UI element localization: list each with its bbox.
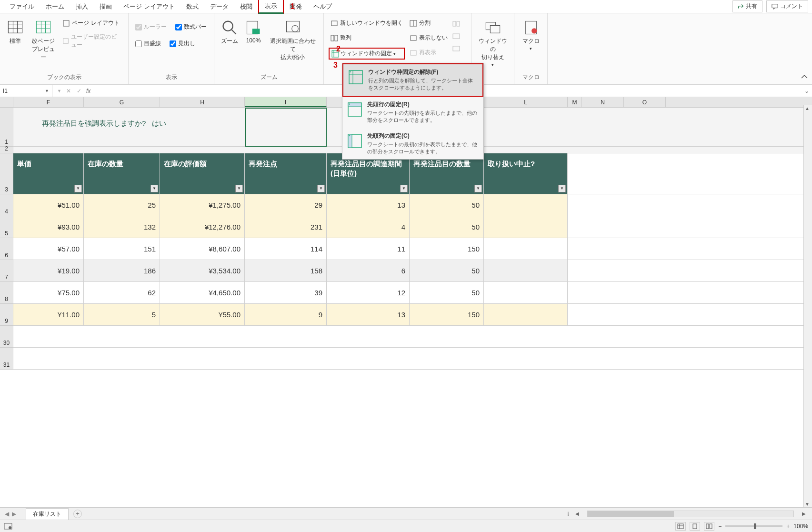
col-header-l[interactable]: L: [484, 97, 568, 107]
new-window-button[interactable]: 新しいウィンドウを開く: [329, 18, 405, 28]
empty-row[interactable]: [13, 326, 812, 348]
freeze-top-row-item[interactable]: * 先頭行の固定(R) ワークシートの先頭行を表示したままで、他の部分をスクロー…: [342, 97, 483, 128]
cell[interactable]: [484, 194, 568, 216]
table-row[interactable]: ¥93.00132¥12,276.00231450: [13, 216, 812, 238]
unfreeze-panes-item[interactable]: * ウィンドウ枠固定の解除(F) 行と列の固定を解除して、ワークシート全体をスク…: [342, 63, 483, 97]
row-header-3[interactable]: 3: [0, 153, 13, 194]
row-header-31[interactable]: 31: [0, 348, 13, 370]
menu-insert[interactable]: 挿入: [70, 0, 94, 13]
cell[interactable]: ¥12,276.00: [160, 216, 245, 238]
col-header-f[interactable]: F: [13, 97, 84, 107]
row-header-7[interactable]: 7: [0, 260, 13, 282]
table-row[interactable]: ¥57.00151¥8,607.0011411150: [13, 238, 812, 260]
zoom-selection-button[interactable]: 選択範囲に合わせて 拡大/縮小: [267, 18, 319, 62]
cell[interactable]: 25: [84, 194, 160, 216]
empty-row[interactable]: [13, 348, 812, 370]
row-header-6[interactable]: 6: [0, 238, 13, 260]
freeze-first-col-item[interactable]: * 先頭列の固定(C) ワークシートの最初の列を表示したままで、他の部分をスクロ…: [342, 128, 483, 160]
row-header-5[interactable]: 5: [0, 216, 13, 238]
cell[interactable]: 62: [84, 282, 160, 303]
row-header-8[interactable]: 8: [0, 282, 13, 304]
menu-developer[interactable]: 開発: [284, 0, 308, 13]
filter-dropdown[interactable]: ▼: [317, 185, 325, 192]
menu-draw[interactable]: 描画: [94, 0, 118, 13]
zoom-100-button[interactable]: 100%: [243, 18, 264, 45]
table-row[interactable]: ¥11.005¥55.00913150: [13, 304, 812, 326]
tab-nav-prev[interactable]: ◀: [5, 511, 9, 517]
cell[interactable]: 114: [245, 238, 327, 260]
vertical-scrollbar[interactable]: ▲ ▼: [803, 105, 812, 507]
switch-window-button[interactable]: ウィンドウの 切り替え ▾: [476, 18, 509, 68]
menu-formula[interactable]: 数式: [180, 0, 204, 13]
header-stock-qty[interactable]: 在庫の数量▼: [84, 153, 160, 194]
cell[interactable]: 231: [245, 216, 327, 238]
name-box-dropdown[interactable]: ▼: [45, 89, 49, 93]
col-header-h[interactable]: H: [160, 97, 245, 107]
hscroll-right[interactable]: ▶: [801, 511, 807, 517]
cell[interactable]: ¥8,607.00: [160, 238, 245, 260]
cell[interactable]: 151: [84, 238, 160, 260]
row-header-1[interactable]: 1: [0, 108, 13, 147]
menu-file[interactable]: ファイル: [4, 0, 40, 13]
cell[interactable]: ¥57.00: [13, 238, 84, 260]
horizontal-scrollbar[interactable]: [587, 511, 794, 517]
row-header-30[interactable]: 30: [0, 326, 13, 348]
col-header-n[interactable]: N: [582, 97, 624, 107]
comment-button[interactable]: コメント: [766, 0, 808, 12]
zoom-out-button[interactable]: −: [718, 523, 722, 530]
header-discontinued[interactable]: 取り扱い中止?▼: [484, 153, 568, 194]
hscroll-left[interactable]: ◀: [574, 511, 581, 517]
table-row[interactable]: ¥75.0062¥4,650.00391250: [13, 282, 812, 304]
filter-dropdown[interactable]: ▼: [74, 185, 82, 192]
filter-dropdown[interactable]: ▼: [400, 185, 408, 192]
page-break-button[interactable]: 改ページ プレビュー: [29, 18, 58, 62]
cell[interactable]: [484, 238, 568, 260]
hide-button[interactable]: 表示しない: [408, 33, 450, 43]
cell[interactable]: [484, 216, 568, 238]
cell[interactable]: 13: [327, 304, 410, 325]
collapse-ribbon-button[interactable]: [797, 70, 812, 84]
cell[interactable]: 29: [245, 194, 327, 216]
accept-formula-button[interactable]: ✓: [76, 87, 82, 95]
cell[interactable]: ¥55.00: [160, 304, 245, 325]
cell[interactable]: 12: [327, 282, 410, 303]
sheet-tab-inventory[interactable]: 在庫リスト: [26, 508, 69, 520]
arrange-button[interactable]: 整列: [329, 33, 405, 43]
record-macro-icon[interactable]: [4, 523, 12, 530]
cell[interactable]: 39: [245, 282, 327, 303]
cell[interactable]: ¥1,275.00: [160, 194, 245, 216]
cell[interactable]: 4: [327, 216, 410, 238]
select-all-corner[interactable]: [0, 97, 13, 107]
header-unit-price[interactable]: 単価▼: [13, 153, 84, 194]
row-header-9[interactable]: 9: [0, 304, 13, 326]
cell[interactable]: ¥19.00: [13, 260, 84, 281]
cell[interactable]: 5: [84, 304, 160, 325]
normal-view-button[interactable]: 標準: [5, 18, 26, 46]
col-header-o[interactable]: O: [624, 97, 666, 107]
cell[interactable]: ¥11.00: [13, 304, 84, 325]
cell[interactable]: 186: [84, 260, 160, 281]
cell[interactable]: 150: [410, 238, 484, 260]
cell[interactable]: 11: [327, 238, 410, 260]
fx-button[interactable]: fx: [86, 88, 90, 94]
cell[interactable]: 50: [410, 216, 484, 238]
cell[interactable]: 6: [327, 260, 410, 281]
menu-home[interactable]: ホーム: [40, 0, 70, 13]
cell[interactable]: 50: [410, 194, 484, 216]
cell[interactable]: 132: [84, 216, 160, 238]
header-reorder-point[interactable]: 再発注点▼: [245, 153, 327, 194]
zoom-level[interactable]: 100%: [793, 523, 808, 530]
col-header-g[interactable]: G: [84, 97, 160, 107]
share-button[interactable]: 共有: [732, 0, 762, 12]
cell[interactable]: 158: [245, 260, 327, 281]
cell[interactable]: 13: [327, 194, 410, 216]
filter-dropdown[interactable]: ▼: [558, 185, 566, 192]
cell[interactable]: [484, 282, 568, 303]
filter-dropdown[interactable]: ▼: [150, 185, 158, 192]
menu-help[interactable]: ヘルプ: [308, 0, 338, 13]
cancel-formula-button[interactable]: ✕: [65, 87, 72, 95]
table-row[interactable]: ¥19.00186¥3,534.00158650: [13, 260, 812, 282]
header-stock-value[interactable]: 在庫の評価額▼: [160, 153, 245, 194]
cell[interactable]: [484, 304, 568, 325]
table-row[interactable]: ¥51.0025¥1,275.00291350: [13, 194, 812, 216]
